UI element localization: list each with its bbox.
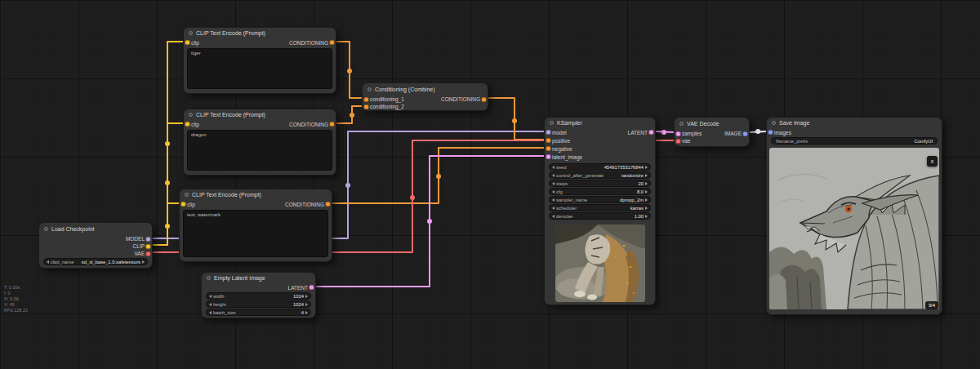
node-title-bar[interactable]: CLIP Text Encode (Prompt) [184, 28, 336, 38]
node-collapse-dot[interactable] [550, 121, 554, 125]
decrement-arrow-icon[interactable] [209, 303, 212, 306]
node-title-bar[interactable]: KSampler [545, 118, 655, 128]
node-title-bar[interactable]: Empty Latent Image [202, 273, 315, 283]
cfg-widget[interactable]: cfg 8.0 [549, 188, 651, 195]
node-clip-text-encode-2[interactable]: CLIP Text Encode (Prompt) clip CONDITION… [183, 109, 336, 176]
node-title-bar[interactable]: CLIP Text Encode (Prompt) [180, 189, 332, 200]
decrement-arrow-icon[interactable] [552, 215, 555, 218]
clip-output-label: CLIP [133, 243, 145, 249]
conditioning-output-label: CONDITIONING [285, 202, 324, 207]
increment-arrow-icon[interactable] [645, 166, 648, 169]
width-widget[interactable]: width 1024 [206, 292, 311, 300]
close-preview-button[interactable]: x [927, 156, 938, 167]
node-empty-latent-image[interactable]: Empty Latent Image LATENT width 1024 hei… [201, 272, 316, 318]
samples-input-slot[interactable] [675, 131, 681, 136]
node-ksampler[interactable]: KSampler model LATENT positive negative … [544, 117, 656, 305]
increment-arrow-icon[interactable] [305, 311, 308, 314]
increment-arrow-icon[interactable] [305, 303, 308, 306]
node-collapse-dot[interactable] [772, 121, 776, 125]
conditioning-output-slot[interactable] [329, 40, 335, 46]
model-output-label: MODEL [126, 236, 145, 242]
positive-input-slot[interactable] [546, 138, 551, 144]
clip-input-label: clip [191, 122, 199, 127]
node-load-checkpoint[interactable]: Load Checkpoint MODEL CLIP VAE ckpt_name… [38, 222, 153, 269]
model-output-slot[interactable] [145, 236, 151, 242]
prompt-text-input[interactable]: tiger [187, 48, 332, 89]
conditioning-output-slot[interactable] [325, 202, 331, 207]
images-input-slot[interactable] [768, 130, 773, 136]
node-collapse-dot[interactable] [679, 122, 684, 126]
node-collapse-dot[interactable] [189, 113, 193, 117]
prompt-text-input[interactable]: text, watermark [183, 210, 328, 257]
conditioning-output-label: CONDITIONING [289, 122, 328, 127]
filename-prefix-widget[interactable]: filename_prefix ComfyUI [771, 137, 938, 144]
steps-widget[interactable]: steps 20 [549, 180, 651, 187]
next-value-arrow-icon[interactable] [645, 198, 648, 202]
node-title-bar[interactable]: Conditioning (Combine) [363, 83, 488, 96]
seed-widget[interactable]: seed 454917353176844 [549, 163, 651, 171]
checkpoint-model-to-ksampler-midpoint-dot [345, 183, 350, 188]
height-widget[interactable]: height 1024 [206, 300, 311, 308]
batch-size-widget[interactable]: batch_size 4 [206, 309, 311, 316]
node-clip-text-encode-1[interactable]: CLIP Text Encode (Prompt) clip CONDITION… [183, 27, 336, 94]
image-output-slot[interactable] [742, 131, 748, 136]
node-collapse-dot[interactable] [185, 193, 189, 197]
decrement-arrow-icon[interactable] [552, 166, 555, 169]
decrement-arrow-icon[interactable] [552, 182, 555, 185]
increment-arrow-icon[interactable] [645, 215, 648, 218]
checkpoint-clip-to-encode3-midpoint-dot [165, 224, 170, 229]
conditioning-output-slot[interactable] [481, 96, 487, 102]
conditioning-1-input-slot[interactable] [363, 96, 369, 102]
vae-input-slot[interactable] [675, 138, 681, 144]
ckpt-name-widget[interactable]: ckpt_name sd_xl_base_1.0.safetensors [43, 258, 148, 265]
model-input-slot[interactable] [546, 130, 551, 136]
node-title-bar[interactable]: VAE Decode [675, 118, 749, 130]
decrement-arrow-icon[interactable] [209, 295, 212, 298]
node-save-image[interactable]: Save Image images filename_prefix ComfyU… [766, 117, 942, 315]
prompt-text-input[interactable]: dragon [187, 130, 332, 171]
node-collapse-dot[interactable] [207, 276, 211, 280]
latent-image-input-slot[interactable] [546, 154, 551, 160]
decrement-arrow-icon[interactable] [552, 190, 555, 193]
conditioning-2-input-slot[interactable] [363, 104, 369, 109]
next-value-arrow-icon[interactable] [645, 174, 648, 177]
clip-output-slot[interactable] [145, 243, 151, 249]
prev-value-arrow-icon[interactable] [552, 207, 555, 210]
denoise-widget[interactable]: denoise 1.00 [549, 212, 651, 220]
next-value-arrow-icon[interactable] [645, 207, 648, 210]
vae-output-slot[interactable] [145, 251, 151, 256]
node-collapse-dot[interactable] [44, 227, 48, 231]
sampler-name-widget[interactable]: sampler_name dpmpp_2m [549, 196, 651, 203]
node-clip-text-encode-3[interactable]: CLIP Text Encode (Prompt) clip CONDITION… [179, 189, 332, 262]
increment-arrow-icon[interactable] [645, 190, 648, 193]
clip-input-slot[interactable] [180, 202, 186, 207]
latent-output-slot[interactable] [309, 285, 314, 291]
clip-input-slot[interactable] [185, 40, 190, 46]
node-collapse-dot[interactable] [189, 31, 193, 35]
node-title-bar[interactable]: CLIP Text Encode (Prompt) [184, 109, 336, 120]
node-vae-decode[interactable]: VAE Decode samples IMAGE vae [674, 117, 750, 147]
prev-value-arrow-icon[interactable] [552, 174, 555, 177]
prev-value-arrow-icon[interactable] [552, 198, 555, 202]
control-after-generate-widget[interactable]: control_after_generate randomize [549, 171, 651, 179]
conditioning-output-slot[interactable] [329, 122, 335, 127]
negative-input-slot[interactable] [546, 146, 551, 152]
node-graph-canvas[interactable]: CLIP Text Encode (Prompt) clip CONDITION… [0, 0, 980, 369]
conditioning-output-label: CONDITIONING [441, 96, 480, 102]
stats-line: FPS:128.21 [4, 308, 28, 313]
prev-value-arrow-icon[interactable] [47, 260, 49, 264]
decrement-arrow-icon[interactable] [209, 311, 212, 314]
node-title: Save Image [779, 120, 809, 126]
increment-arrow-icon[interactable] [305, 295, 308, 298]
increment-arrow-icon[interactable] [645, 182, 648, 185]
latent-output-slot[interactable] [648, 130, 654, 136]
scheduler-widget[interactable]: scheduler karras [549, 204, 651, 211]
clip-input-slot[interactable] [185, 122, 190, 127]
next-value-arrow-icon[interactable] [142, 260, 145, 264]
node-conditioning-combine[interactable]: Conditioning (Combine) conditioning_1 CO… [362, 82, 488, 111]
node-title-bar[interactable]: Save Image [767, 118, 942, 128]
node-title: CLIP Text Encode (Prompt) [196, 112, 265, 118]
node-collapse-dot[interactable] [368, 87, 372, 91]
stats-line: N: 9 [9] [4, 296, 28, 302]
node-title-bar[interactable]: Load Checkpoint [39, 223, 152, 235]
